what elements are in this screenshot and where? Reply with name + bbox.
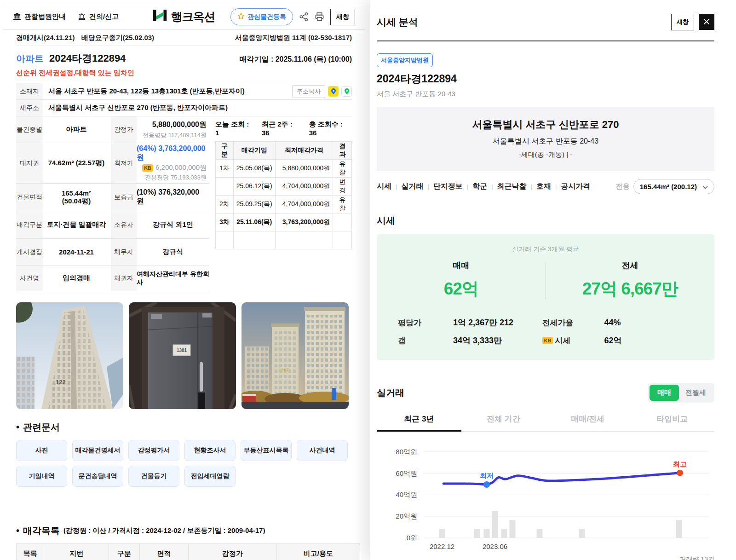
detail-value: 토지·건물 일괄매각 [43,211,110,238]
analysis-tab[interactable]: 단지정보 [433,182,463,191]
drawer-close-button[interactable] [699,14,714,30]
document-button[interactable]: 건물등기 [128,466,179,487]
jeonse-ratio-label: 전세가율 [542,318,604,328]
jibun-address: 서울특별시 서초구 반포동 20-43 [381,137,710,146]
print-icon[interactable] [315,12,324,22]
views-today: 오늘 조회 : 1 [215,120,254,137]
schedule-row: 2차25.09.25(목)4,704,000,000원유찰 [216,196,352,214]
schedule-col-header: 구분 [216,142,234,160]
photo-complex-number: 107 [282,368,288,372]
trades-tab[interactable]: 타입비교 [630,414,715,431]
building-area-pyeong: (50.04평) [62,197,91,206]
court-contact: 서울중앙지방법원 11계 (02-530-1817) [235,34,352,42]
analysis-tab-bar: 시세|실거래|단지정보|학군|최근낙찰|호재|공시가격 전용 165.44m² … [377,179,714,194]
svg-text:60억원: 60억원 [396,469,417,477]
document-button[interactable]: 사건내역 [297,440,348,461]
document-button[interactable]: 기일내역 [16,466,67,487]
price-section-title: 시세 [377,214,714,227]
favorite-button[interactable]: 관심물건등록 [230,8,293,25]
drawer-header: 시세 분석 새창 [377,0,714,41]
analysis-tab[interactable]: 실거래 [401,182,423,191]
nav-report[interactable]: 건의/신고 [78,12,119,22]
tab-separator: | [396,183,397,190]
view-stats: 오늘 조회 : 1 최근 2주 : 36 총 조회수 : 36 [215,120,352,137]
kb-price-label: 시세 [555,335,570,346]
document-button[interactable]: 현황조사서 [184,440,236,461]
address-summary-box: 서울특별시 서초구 신반포로 270 서울특별시 서초구 반포동 20-43 -… [377,107,714,171]
nav-court-info[interactable]: 관할법원안내 [13,12,66,22]
analysis-tab[interactable]: 학군 [472,182,487,191]
photo-building-number: 122 [56,379,66,386]
svg-text:80억원: 80억원 [396,448,417,456]
minimum-price: (64%) 3,763,200,000원 [137,144,207,162]
analysis-tab[interactable]: 최근낙찰 [497,182,527,191]
per-pyeong-label: 평당가 [398,318,453,328]
detail-value: 74.62m² (22.57평) [43,143,110,183]
analysis-tab[interactable]: 공시가격 [561,182,590,191]
naver-map-icon[interactable] [341,86,352,97]
document-button[interactable]: 감정평가서 [128,440,179,461]
warning-note: 선순위 전세권설정,대항력 있는 임차인 [16,69,352,77]
toggle-sale-button[interactable]: 매매 [650,385,679,401]
property-photo-complex[interactable]: 107 [242,302,349,409]
document-button[interactable]: 문건송달내역 [72,466,123,487]
property-photo-exterior[interactable]: 122 [16,302,123,409]
drawer-case-number: 2024타경122894 [377,72,714,86]
property-photo-door[interactable]: 1301 [129,302,236,409]
trades-title: 실거래 [377,387,404,399]
views-two-weeks: 최근 2주 : 36 [262,120,302,137]
kb-price: 6,200,000,000원 [155,163,207,172]
svg-text:2023.06: 2023.06 [483,543,507,550]
schedule-col-header: 결과 [333,142,352,160]
svg-text:최고: 최고 [673,460,687,468]
sale-list-table: 목록지번구분면적감정가비고/용도 신반포로 270, 122동 [16,543,360,560]
trades-tab[interactable]: 최근 3년 [377,414,461,432]
kakao-map-icon[interactable] [328,86,339,97]
sale-price-label: 매매 [377,260,546,271]
tab-separator: | [427,183,429,190]
toggle-rent-button[interactable]: 전월세 [679,385,713,401]
document-button[interactable]: 매각물건명세서 [72,440,123,461]
sale-price-value: 62억 [377,277,546,300]
document-button[interactable]: 부동산표시목록 [241,440,292,461]
logo-icon [153,9,167,24]
property-type: 아파트 [16,52,44,65]
address-table: 소재지 서울 서초구 반포동 20-43, 122동 13층1301호 (반포동… [16,83,352,116]
share-icon[interactable] [299,12,309,22]
address-row: 소재지 서울 서초구 반포동 20-43, 122동 13층1301호 (반포동… [16,83,352,100]
road-address: 서울특별시 서초구 신반포로 270 [381,118,710,132]
nav-report-label: 건의/신고 [89,12,119,21]
building-area: 165.44m² [62,189,91,197]
trades-tab[interactable]: 매매/전세 [546,414,630,431]
document-button[interactable]: 사진 [16,440,67,461]
app: 관할법원안내 건의/신고 행크옥션 [0,0,736,560]
svg-text:20억원: 20억원 [396,512,417,520]
detail-value: 임의경매 [43,266,110,291]
sale-list-col-header: 지번 [44,544,109,560]
analysis-tab[interactable]: 호재 [536,182,551,191]
case-meta-bar: 경매개시(24.11.21) 배당요구종기(25.02.03) 서울중앙지방법원… [16,30,352,46]
related-docs-grid: 사진매각물건명세서감정평가서현황조사서부동산표시목록사건내역기일내역문건송달내역… [16,440,352,487]
price-summary-box: 실거래 기준 3개월 평균 매매 62억 전세 27억 6,667만 평당가 1… [377,234,714,360]
bullet: • [16,422,19,433]
new-window-button[interactable]: 새창 [330,9,355,25]
copy-address-button[interactable]: 주소복사 [292,85,325,98]
sale-list-col-header: 면적 [139,544,189,560]
detail-label: 매각구분 [16,211,43,238]
address-label: 소재지 [16,83,43,99]
star-icon [237,12,245,21]
analysis-tab[interactable]: 시세 [377,182,391,191]
sale-list-title: • 매각목록 (감정원 : 이산 / 가격시점 : 2024-12-02 / 보… [16,525,352,537]
detail-label: 물건종별 [16,116,43,143]
detail-label: 채권자 [111,266,137,291]
logo[interactable]: 행크옥션 [153,9,215,24]
document-button[interactable]: 전입세대열람 [184,466,236,487]
sale-date: 매각기일 : 2025.11.06 (목) (10:00) [239,55,352,64]
drawer-title: 시세 분석 [377,16,418,29]
drawer-new-window-button[interactable]: 새창 [671,14,694,30]
trades-tab[interactable]: 전체 기간 [461,414,546,431]
photo-door-number: 1301 [177,348,187,353]
detail-label: 보증금 [111,184,137,211]
owner: 강규식 외1인 [137,211,209,238]
area-select-dropdown[interactable]: 165.44m² (200.12) [633,179,714,194]
